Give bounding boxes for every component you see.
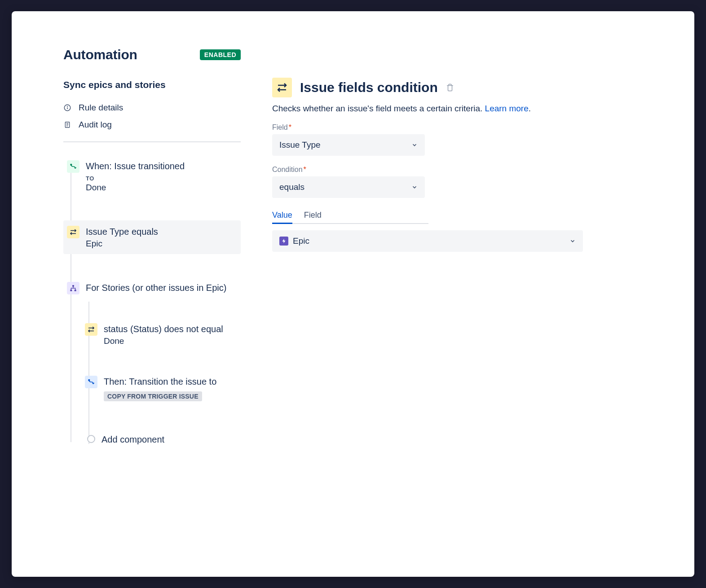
condition-label: Condition* (272, 166, 667, 174)
tab-value[interactable]: Value (272, 208, 292, 224)
branch-icon (67, 282, 79, 294)
nested-condition-icon (85, 323, 97, 336)
status-badge: ENABLED (200, 49, 241, 60)
log-icon (63, 121, 71, 129)
detail-title: Issue fields condition (300, 80, 438, 95)
field-label: Field* (272, 123, 667, 132)
condition-select[interactable]: equals (272, 176, 425, 198)
rule-details-link[interactable]: Rule details (63, 99, 241, 116)
page-title: Automation (63, 47, 137, 62)
field-value: Issue Type (279, 140, 321, 150)
branch-step[interactable]: For Stories (or other issues in Epic) (63, 276, 241, 300)
svg-point-2 (67, 106, 68, 107)
value-select[interactable]: Epic (272, 230, 583, 252)
chevron-down-icon (569, 238, 576, 244)
trigger-icon (67, 160, 79, 173)
detail-description: Checks whether an issue's field meets a … (272, 104, 667, 114)
epic-type-icon (279, 237, 288, 246)
chevron-down-icon (411, 184, 418, 190)
trigger-step[interactable]: When: Issue transitioned TO Done (63, 155, 241, 198)
field-select[interactable]: Issue Type (272, 134, 425, 156)
condition-icon (67, 226, 79, 238)
rule-name: Sync epics and stories (63, 79, 241, 90)
chevron-down-icon (411, 142, 418, 148)
tab-field[interactable]: Field (304, 208, 322, 224)
divider (63, 141, 241, 142)
add-icon (87, 435, 95, 443)
action-step[interactable]: Then: Transition the issue to COPY FROM … (81, 370, 241, 407)
svg-rect-12 (75, 290, 76, 291)
action-title: Then: Transition the issue to (104, 376, 237, 388)
trigger-title: When: Issue transitioned (86, 160, 237, 172)
detail-icon (272, 78, 292, 97)
add-component[interactable]: Add component (81, 428, 241, 451)
trigger-sub: Done (86, 183, 237, 193)
action-icon (85, 376, 97, 388)
condition-value: equals (279, 182, 304, 192)
svg-rect-10 (72, 285, 74, 286)
trigger-sublabel: TO (86, 175, 237, 182)
condition-sub: Epic (86, 239, 237, 249)
info-icon (63, 104, 71, 112)
svg-rect-11 (70, 290, 72, 291)
condition-step[interactable]: Issue Type equals Epic (63, 220, 241, 254)
svg-point-15 (88, 380, 90, 381)
nested-condition-step[interactable]: status (Status) does not equal Done (81, 318, 241, 351)
value-selected: Epic (293, 236, 309, 246)
audit-log-link[interactable]: Audit log (63, 116, 241, 133)
add-label: Add component (101, 434, 237, 446)
svg-point-7 (71, 164, 72, 166)
delete-button[interactable] (446, 83, 454, 92)
nested-condition-title: status (Status) does not equal (104, 323, 237, 335)
audit-log-label: Audit log (79, 120, 112, 130)
condition-title: Issue Type equals (86, 226, 237, 238)
rule-details-label: Rule details (79, 103, 123, 113)
learn-more-link[interactable]: Learn more (485, 104, 529, 113)
action-lozenge: COPY FROM TRIGGER ISSUE (104, 391, 202, 401)
branch-title: For Stories (or other issues in Epic) (86, 282, 237, 294)
nested-condition-sub: Done (104, 336, 237, 346)
